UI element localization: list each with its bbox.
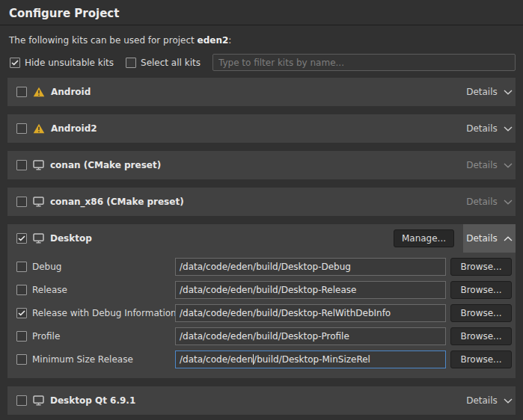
build-dir-input[interactable]: /data/code/eden/build/Desktop-Release [175, 281, 446, 299]
config-label: Minimum Size Release [32, 354, 133, 365]
build-dir-input[interactable]: /data/code/eden/build/Desktop-Profile [175, 327, 446, 345]
config-label: Release with Debug Information [32, 308, 177, 318]
title-separator [0, 25, 523, 25]
warning-icon [33, 123, 45, 134]
details-toggle: Details [463, 151, 516, 179]
config-checkbox[interactable] [16, 285, 27, 295]
build-dir-input[interactable]: /data/code/eden/build/Desktop-MinSizeRel [175, 350, 446, 368]
kit-header: conan (CMake preset) Details [7, 151, 516, 179]
details-toggle[interactable]: Details [463, 78, 516, 106]
chevron-down-icon [504, 90, 513, 95]
config-row: Release /data/code/eden/build/Desktop-Re… [16, 280, 512, 300]
select-all-group: Select all kits [126, 58, 201, 68]
config-row: Release with Debug Information /data/cod… [16, 303, 512, 323]
config-label: Debug [32, 262, 61, 272]
kit-header: Android2 Details [7, 114, 516, 143]
kit-details-panel: Debug /data/code/eden/build/Desktop-Debu… [7, 253, 516, 378]
project-name: eden2 [198, 35, 229, 46]
config-left: Release [16, 285, 175, 295]
desktop-icon [33, 160, 44, 170]
browse-button[interactable]: Browse... [450, 304, 512, 322]
select-all-label: Select all kits [141, 58, 201, 68]
hide-unsuitable-checkbox[interactable] [10, 58, 20, 68]
check-icon [11, 60, 19, 66]
kit-filter-input[interactable] [212, 54, 516, 71]
config-row: Minimum Size Release /data/code/eden/bui… [16, 350, 512, 369]
details-label: Details [466, 160, 498, 170]
manage-button[interactable]: Manage... [394, 229, 454, 247]
kit-checkbox[interactable] [16, 197, 27, 207]
check-icon [18, 310, 25, 316]
details-label: Details [466, 123, 498, 134]
desktop-icon [33, 395, 44, 406]
chevron-down-icon [504, 398, 513, 404]
kit-checkbox[interactable] [16, 395, 27, 406]
config-left: Release with Debug Information [16, 308, 175, 318]
chevron-down-icon [504, 126, 513, 132]
config-label: Profile [32, 331, 60, 342]
kit-row: conan (CMake preset) Details [7, 151, 516, 179]
desktop-icon [33, 233, 44, 244]
intro-suffix: : [228, 35, 231, 46]
kit-checkbox[interactable] [16, 160, 27, 170]
details-label: Details [466, 233, 498, 244]
details-toggle[interactable]: Details [463, 386, 516, 415]
kit-name: Android2 [51, 123, 97, 134]
config-checkbox[interactable] [16, 331, 27, 342]
kit-header: Desktop Qt 6.9.1 Details [7, 386, 516, 415]
hide-unsuitable-group: Hide unsuitable kits [10, 58, 114, 68]
kit-name: Desktop [50, 233, 92, 244]
select-all-checkbox[interactable] [126, 58, 136, 68]
details-toggle[interactable]: Details [463, 114, 516, 143]
kit-header: Android Details [7, 78, 516, 106]
config-left: Minimum Size Release [16, 354, 175, 365]
kit-row: Android2 Details [7, 114, 516, 143]
kit-header: Desktop Manage... Details [7, 224, 516, 253]
kit-row: conan_x86 (CMake preset) Details [7, 188, 516, 216]
kit-list: Android Details Android2 Details [7, 78, 516, 415]
kit-checkbox[interactable] [16, 123, 27, 134]
desktop-icon [33, 197, 44, 207]
browse-button[interactable]: Browse... [450, 350, 512, 368]
kit-row: Android Details [7, 78, 516, 106]
config-left: Debug [16, 262, 175, 272]
intro-prefix: The following kits can be used for proje… [9, 35, 198, 46]
config-label: Release [32, 285, 67, 295]
config-checkbox[interactable] [16, 262, 27, 272]
hide-unsuitable-label: Hide unsuitable kits [25, 58, 114, 68]
kit-name: conan_x86 (CMake preset) [50, 197, 184, 207]
kit-name: Desktop Qt 6.9.1 [50, 395, 135, 406]
browse-button[interactable]: Browse... [450, 327, 512, 345]
config-checkbox[interactable] [16, 308, 27, 318]
chevron-down-icon [504, 163, 513, 168]
config-row: Debug /data/code/eden/build/Desktop-Debu… [16, 257, 512, 277]
check-icon [18, 235, 25, 241]
warning-icon [33, 87, 45, 97]
page-title: Configure Project [0, 0, 523, 25]
browse-button[interactable]: Browse... [450, 258, 512, 276]
kit-checkbox[interactable] [16, 233, 27, 244]
intro-text: The following kits can be used for proje… [9, 35, 514, 46]
build-dir-input[interactable]: /data/code/eden/build/Desktop-RelWithDeb… [175, 304, 446, 322]
details-label: Details [466, 395, 498, 406]
kit-checkbox[interactable] [16, 87, 27, 97]
details-toggle[interactable]: Details [463, 224, 516, 253]
chevron-down-icon [504, 200, 513, 205]
filter-bar: Hide unsuitable kits Select all kits [10, 54, 516, 71]
kit-header: conan_x86 (CMake preset) Details [7, 188, 516, 216]
kit-name: conan (CMake preset) [50, 160, 161, 170]
kit-row: Desktop Manage... Details Debug /data/co… [7, 224, 516, 378]
browse-button[interactable]: Browse... [450, 281, 512, 299]
kit-row: Desktop Qt 6.9.1 Details [7, 386, 516, 415]
details-toggle: Details [463, 188, 516, 216]
build-dir-input[interactable]: /data/code/eden/build/Desktop-Debug [175, 258, 446, 276]
chevron-up-icon [504, 236, 513, 241]
config-row: Profile /data/code/eden/build/Desktop-Pr… [16, 327, 512, 346]
config-checkbox[interactable] [16, 354, 27, 365]
config-left: Profile [16, 331, 175, 342]
details-label: Details [466, 87, 498, 97]
details-label: Details [466, 197, 498, 207]
kit-name: Android [51, 87, 91, 97]
